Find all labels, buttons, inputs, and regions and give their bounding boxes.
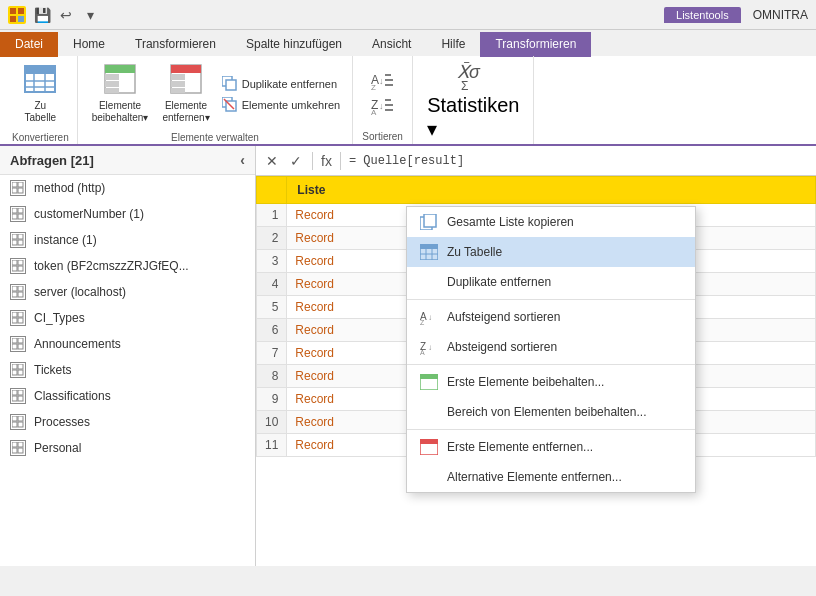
tab-transformieren2[interactable]: Transformieren xyxy=(480,32,591,57)
svg-rect-44 xyxy=(18,208,23,213)
svg-rect-80 xyxy=(18,442,23,447)
row-num: 4 xyxy=(257,273,287,296)
sidebar-item-label: CI_Types xyxy=(34,311,85,325)
cm-label-zu-tabelle: Zu Tabelle xyxy=(447,245,502,259)
context-menu-item-asc-sort[interactable]: A↓ZAufsteigend sortieren xyxy=(407,302,695,332)
undo-qat-button[interactable]: ↩ xyxy=(56,5,76,25)
elemente-entfernen-button[interactable]: Elementeentfernen▾ xyxy=(156,60,215,128)
tab-datei[interactable]: Datei xyxy=(0,32,58,57)
tab-home[interactable]: Home xyxy=(58,32,120,57)
svg-rect-55 xyxy=(12,286,17,291)
sortieren-items: A ↓ Z Z ↓ A xyxy=(371,60,395,127)
sidebar-item-label: instance (1) xyxy=(34,233,97,247)
svg-rect-65 xyxy=(12,344,17,349)
sidebar-item-personal[interactable]: Personal xyxy=(0,435,255,461)
row-num: 6 xyxy=(257,319,287,342)
formula-cancel-button[interactable]: ✕ xyxy=(260,149,284,173)
context-menu-item-erste-entfernen[interactable]: Erste Elemente entfernen... xyxy=(407,432,695,462)
formula-input[interactable]: = Quelle[result] xyxy=(345,152,812,170)
zu-tabelle-label: ZuTabelle xyxy=(24,100,56,124)
ribbon-tab-bar: Datei Home Transformieren Spalte hinzufü… xyxy=(0,30,816,56)
svg-rect-21 xyxy=(226,80,236,90)
sidebar-collapse-button[interactable]: ‹ xyxy=(240,152,245,168)
sort-desc-button[interactable]: Z ↓ A xyxy=(371,95,395,118)
sidebar-item-label: customerNumber (1) xyxy=(34,207,144,221)
svg-rect-51 xyxy=(12,260,17,265)
title-bar-right: Listentools OMNITRA xyxy=(664,7,808,23)
sidebar-item-label: Announcements xyxy=(34,337,121,351)
sidebar-item-classifications[interactable]: Classifications xyxy=(0,383,255,409)
context-menu-item-zu-tabelle[interactable]: Zu Tabelle xyxy=(407,237,695,267)
elemente-verwalten-label: Elemente verwalten xyxy=(171,128,259,143)
svg-text:↓: ↓ xyxy=(379,76,384,86)
svg-rect-61 xyxy=(12,318,17,323)
svg-rect-13 xyxy=(105,81,119,87)
duplikate-entfernen-button[interactable]: Duplikate entfernen xyxy=(218,74,344,94)
svg-rect-59 xyxy=(12,312,17,317)
row-num: 7 xyxy=(257,342,287,365)
ribbon-group-konvertieren: ZuTabelle Konvertieren xyxy=(4,56,78,144)
tab-transformieren1[interactable]: Transformieren xyxy=(120,32,231,57)
tab-spalte[interactable]: Spalte hinzufügen xyxy=(231,32,357,57)
cm-icon-empty xyxy=(419,273,439,291)
svg-rect-64 xyxy=(18,338,23,343)
tab-hilfe[interactable]: Hilfe xyxy=(426,32,480,57)
svg-rect-16 xyxy=(171,65,201,73)
svg-rect-73 xyxy=(12,396,17,401)
sidebar-item-processes[interactable]: Processes xyxy=(0,409,255,435)
elemente-beibehalten-label: Elementebeibehalten▾ xyxy=(92,100,149,124)
row-num: 8 xyxy=(257,365,287,388)
elemente-umkehren-button[interactable]: Elemente umkehren xyxy=(218,95,344,115)
tab-ansicht[interactable]: Ansicht xyxy=(357,32,426,57)
context-menu-item-bereich-beibehalten[interactable]: Bereich von Elementen beibehalten... xyxy=(407,397,695,427)
sidebar-item-announcements[interactable]: Announcements xyxy=(0,331,255,357)
svg-rect-50 xyxy=(18,240,23,245)
context-menu-item-copy-list[interactable]: Gesamte Liste kopieren xyxy=(407,207,695,237)
context-menu-item-alternative-entfernen[interactable]: Alternative Elemente entfernen... xyxy=(407,462,695,492)
sidebar-item-label: server (localhost) xyxy=(34,285,126,299)
sidebar-item-token[interactable]: token (BF2cmszzZRJGfEQ... xyxy=(0,253,255,279)
formula-separator xyxy=(312,152,313,170)
sidebar-item-icon xyxy=(10,440,26,456)
svg-rect-60 xyxy=(18,312,23,317)
title-bar: 💾 ↩ ▾ Listentools OMNITRA xyxy=(0,0,816,30)
sidebar-item-ci-types[interactable]: CI_Types xyxy=(0,305,255,331)
elemente-entfernen-icon xyxy=(170,64,202,98)
elemente-entfernen-label: Elementeentfernen▾ xyxy=(162,100,209,124)
sidebar-item-customerNumber[interactable]: customerNumber (1) xyxy=(0,201,255,227)
sort-asc-button[interactable]: A ↓ Z xyxy=(371,70,395,93)
quick-access-toolbar: 💾 ↩ ▾ xyxy=(32,5,100,25)
svg-rect-43 xyxy=(12,208,17,213)
statistiken-button[interactable]: X̄σ Σ Statistiken▾ xyxy=(421,60,525,143)
context-menu-item-erste-beibehalten[interactable]: Erste Elemente beibehalten... xyxy=(407,367,695,397)
svg-rect-5 xyxy=(25,66,55,74)
svg-rect-77 xyxy=(12,422,17,427)
elemente-items: Elementebeibehalten▾ Elementeentfernen▾ xyxy=(86,60,344,128)
svg-rect-47 xyxy=(12,234,17,239)
sidebar-item-instance[interactable]: instance (1) xyxy=(0,227,255,253)
svg-rect-39 xyxy=(12,182,17,187)
context-menu-item-duplikate[interactable]: Duplikate entfernen xyxy=(407,267,695,297)
formula-confirm-button[interactable]: ✓ xyxy=(284,149,308,173)
sidebar-item-icon xyxy=(10,336,26,352)
svg-rect-57 xyxy=(12,292,17,297)
sidebar-item-server[interactable]: server (localhost) xyxy=(0,279,255,305)
qat-dropdown-button[interactable]: ▾ xyxy=(80,5,100,25)
row-num: 1 xyxy=(257,204,287,227)
svg-rect-66 xyxy=(18,344,23,349)
ribbon-group-numerische: X̄σ Σ Statistiken▾ Numerische Liste xyxy=(413,56,534,144)
save-qat-button[interactable]: 💾 xyxy=(32,5,52,25)
cm-icon-copy-list xyxy=(419,213,439,231)
zu-tabelle-button[interactable]: ZuTabelle xyxy=(17,60,63,128)
sidebar-item-tickets[interactable]: Tickets xyxy=(0,357,255,383)
sidebar-item-label: token (BF2cmszzZRJGfEQ... xyxy=(34,259,189,273)
content-area: Liste 1 Record 2 Record 3 Record 4 Recor… xyxy=(256,176,816,566)
svg-text:A: A xyxy=(420,349,425,355)
sidebar-item-method[interactable]: method (http) xyxy=(0,175,255,201)
cm-label-copy-list: Gesamte Liste kopieren xyxy=(447,215,574,229)
elemente-beibehalten-button[interactable]: Elementebeibehalten▾ xyxy=(86,60,155,128)
context-menu-item-desc-sort[interactable]: Z↓AAbsteigend sortieren xyxy=(407,332,695,362)
sidebar-header: Abfragen [21] ‹ xyxy=(0,146,255,175)
svg-rect-49 xyxy=(12,240,17,245)
sidebar-item-label: Personal xyxy=(34,441,81,455)
